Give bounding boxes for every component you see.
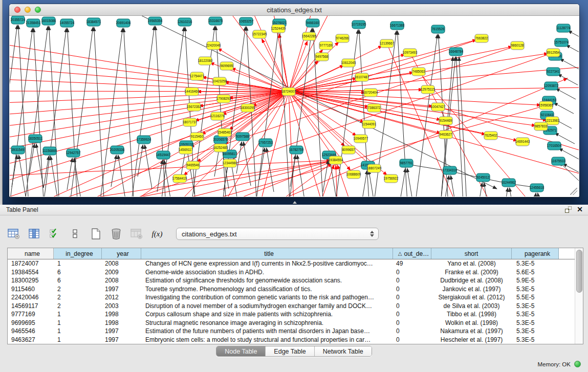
graph-node-label: 9465546 bbox=[187, 163, 200, 167]
table-row[interactable]: 969969511998Structural magnetic resonanc… bbox=[8, 319, 575, 327]
table-row[interactable]: 977716911998Corpus callosum shape and si… bbox=[8, 310, 575, 319]
table-cell: Disruption of a novel member of a sodium… bbox=[141, 302, 393, 310]
graph-node-label: 14055724 bbox=[60, 21, 75, 25]
graph-node-label: 12344980 bbox=[223, 161, 237, 165]
table-cell: 9115460 bbox=[8, 286, 54, 293]
delete-table-button-disabled bbox=[130, 227, 143, 240]
graph-node-label: 14416460 bbox=[185, 90, 200, 93]
column-header-short[interactable]: short bbox=[431, 248, 512, 259]
table-cell: Dudbridge et al. (2008) bbox=[431, 277, 512, 284]
table-row[interactable]: 2242004622012Investigating the contribut… bbox=[8, 293, 575, 302]
table-cell: 9465546 bbox=[8, 327, 54, 335]
graph-node-label: 9397588 bbox=[236, 135, 249, 138]
table-row[interactable]: 911546021997Tourette syndrome. Phenomeno… bbox=[8, 285, 575, 294]
table-cell: 5.3E-5 bbox=[512, 311, 559, 318]
graph-node-label: 7485063 bbox=[412, 70, 425, 73]
table-cell: Jankovic et al. (1997) bbox=[431, 286, 512, 293]
column-header-out_de[interactable]: △out_de… bbox=[393, 248, 431, 259]
table-mode-button[interactable] bbox=[7, 227, 20, 240]
table-cell: Structural magnetic resonance image aver… bbox=[141, 319, 393, 326]
graph-node-label: 15316675 bbox=[208, 19, 223, 23]
table-row[interactable]: 1456911722003Disruption of a novel membe… bbox=[8, 302, 575, 311]
graph-node-label: 16107487 bbox=[355, 75, 369, 79]
window-title: citations_edges.txt bbox=[9, 6, 579, 14]
graph-node-label: 9210643 bbox=[541, 113, 554, 117]
table-cell: 1998 bbox=[102, 311, 141, 318]
delete-column-button[interactable] bbox=[110, 227, 123, 240]
tab-node-table[interactable]: Node Table bbox=[216, 346, 266, 356]
dropdown-stepper-icon bbox=[369, 231, 378, 237]
graph-node-label: 19384554 bbox=[329, 158, 343, 162]
memory-status-label: Memory: OK bbox=[537, 361, 571, 367]
tab-network-table[interactable]: Network Table bbox=[315, 346, 372, 356]
function-builder-button[interactable]: f(x) bbox=[150, 227, 164, 240]
table-cell: Genome-wide association studies in ADHD. bbox=[141, 269, 393, 276]
sort-ascending-icon: △ bbox=[398, 251, 402, 256]
graph-node-label: 7663822 bbox=[475, 36, 488, 40]
graph-node-label: 15751074 bbox=[554, 40, 569, 44]
table-cell: 1 bbox=[54, 319, 102, 326]
network-window[interactable]: citations_edges.txt 20355724213584511601… bbox=[9, 4, 579, 197]
table-cell: Corpus callosum shape and size in male p… bbox=[141, 311, 393, 318]
row-height-button[interactable] bbox=[69, 227, 82, 240]
graph-edges bbox=[10, 16, 579, 196]
graph-node-label: 9746266 bbox=[336, 36, 349, 40]
table-cell: Nakamura et al. (1997) bbox=[431, 327, 512, 335]
window-titlebar[interactable]: citations_edges.txt bbox=[9, 4, 579, 16]
table-row[interactable]: 946554611997Estimation of the future num… bbox=[8, 327, 575, 336]
column-header-title[interactable]: title bbox=[141, 248, 393, 259]
graph-node-label: 14691443 bbox=[515, 140, 530, 143]
new-column-button[interactable] bbox=[89, 227, 102, 240]
graph-node-label: 11128774 bbox=[556, 26, 571, 30]
resize-grip-icon[interactable] bbox=[570, 188, 577, 195]
table-row[interactable]: 1938455462009Genome-wide association stu… bbox=[8, 268, 575, 277]
table-row[interactable]: 1830029562008Estimation of significance … bbox=[8, 276, 575, 285]
table-cell: Wolkin et al. (1998) bbox=[431, 319, 512, 326]
graph-node-label: 17334316 bbox=[443, 168, 458, 172]
graph-node-label: 9857833 bbox=[535, 124, 548, 128]
splitter-handle-icon[interactable] bbox=[293, 201, 297, 204]
column-header-name[interactable]: name bbox=[8, 248, 54, 259]
graph-node-label: 22420046 bbox=[206, 43, 221, 47]
float-panel-icon[interactable] bbox=[565, 206, 572, 213]
zoom-window-icon[interactable] bbox=[35, 7, 41, 13]
graph-node-label: 15672352 bbox=[187, 105, 202, 108]
graph-node-label: 20355724 bbox=[11, 18, 26, 21]
table-selector-dropdown[interactable]: citations_edges.txt bbox=[176, 228, 379, 240]
graph-node-label: 15722345 bbox=[252, 32, 267, 36]
column-header-pagerank[interactable]: pagerank bbox=[512, 248, 559, 259]
left-panel-edge bbox=[0, 0, 3, 205]
table-cell: 0 bbox=[393, 311, 431, 318]
graph-node-label: 18384571 bbox=[86, 20, 101, 24]
show-columns-button[interactable] bbox=[28, 227, 41, 240]
table-cell: 2 bbox=[54, 294, 102, 301]
close-window-icon[interactable] bbox=[14, 7, 20, 13]
graph-node-label: 19565354 bbox=[148, 19, 163, 23]
graph-node-label: 15642285 bbox=[302, 34, 317, 38]
header-filler bbox=[559, 248, 575, 259]
select-all-button[interactable] bbox=[48, 227, 61, 240]
close-panel-icon[interactable]: ✕ bbox=[577, 206, 583, 213]
graph-node-label: 7625402 bbox=[485, 134, 497, 137]
table-cell: 1 bbox=[54, 311, 102, 318]
column-header-in_degree[interactable]: in_degree bbox=[54, 248, 102, 259]
table-row[interactable]: 1872400712008Changes of HCN gene express… bbox=[8, 259, 575, 268]
vertical-scrollbar[interactable] bbox=[575, 248, 583, 344]
table-toolbar: f(x) citations_edges.txt bbox=[7, 225, 379, 243]
column-header-year[interactable]: year bbox=[102, 248, 141, 259]
table-row[interactable]: 946362711997Embryonic stem cells: a mode… bbox=[8, 336, 575, 344]
tab-edge-table[interactable]: Edge Table bbox=[266, 346, 314, 356]
window-controls bbox=[14, 7, 41, 13]
table-cell: 5.3E-5 bbox=[512, 302, 559, 310]
table-cell: Franke et al. (2009) bbox=[431, 269, 512, 276]
graph-node-label: 20205336 bbox=[110, 148, 125, 151]
scrollbar-thumb[interactable] bbox=[576, 250, 582, 293]
table-cell: 1997 bbox=[102, 286, 141, 293]
table-cell: 2 bbox=[54, 302, 102, 310]
network-canvas[interactable]: 2035572421358451160150861405572418384571… bbox=[10, 16, 579, 196]
table-cell: 5.5E-5 bbox=[512, 294, 559, 301]
table-cell: Yano et al. (2008) bbox=[431, 260, 512, 267]
graph-node-label: 16648784 bbox=[449, 50, 464, 53]
memory-ok-icon[interactable] bbox=[574, 361, 581, 367]
minimize-window-icon[interactable] bbox=[25, 7, 31, 13]
